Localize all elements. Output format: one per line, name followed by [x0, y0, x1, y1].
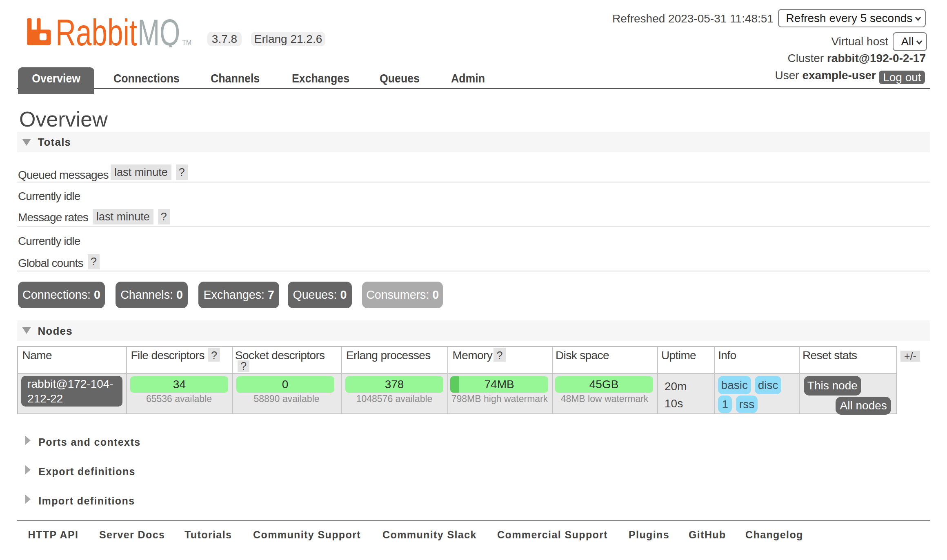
svg-text:TM: TM [182, 39, 191, 46]
svg-text:Rabbit: Rabbit [56, 18, 137, 47]
svg-text:MQ: MQ [138, 18, 180, 47]
